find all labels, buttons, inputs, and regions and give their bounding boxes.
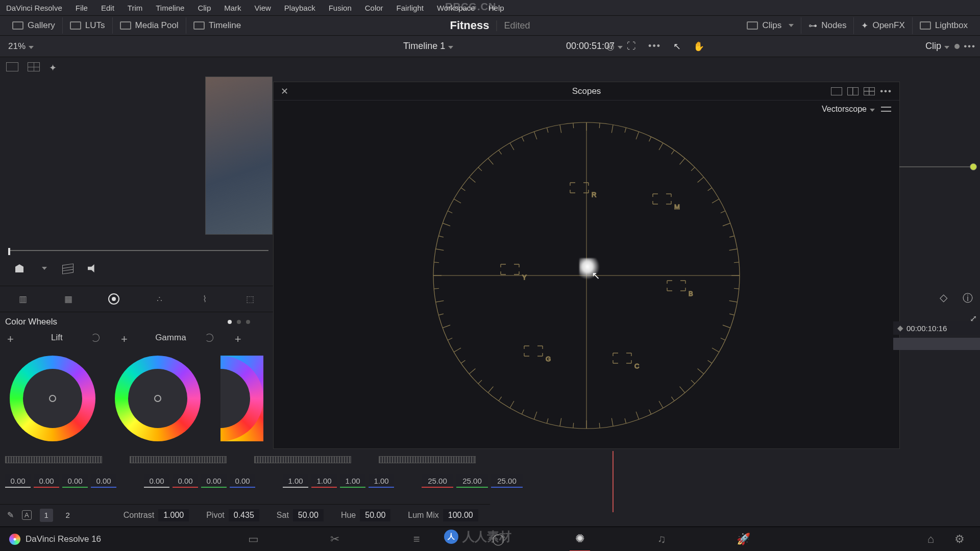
- settings-icon[interactable]: ⚙: [954, 533, 965, 546]
- color-wheels-tab[interactable]: [106, 293, 122, 305]
- info-icon[interactable]: ⓘ: [963, 291, 973, 305]
- lift-g[interactable]: 0.00: [62, 474, 88, 488]
- zoom-dropdown[interactable]: 21%: [8, 41, 34, 52]
- gain-r[interactable]: 1.00: [311, 474, 337, 488]
- offset-r[interactable]: 25.00: [422, 474, 453, 488]
- gamma-picker-icon[interactable]: +: [121, 333, 128, 346]
- mini-timeline-playhead[interactable]: [602, 451, 623, 512]
- menu-view[interactable]: View: [255, 4, 271, 12]
- gamma-g[interactable]: 0.00: [201, 474, 227, 488]
- timeline-button[interactable]: Timeline: [186, 17, 249, 34]
- sat-value[interactable]: 50.00: [293, 509, 324, 521]
- cut-page-tab[interactable]: ✂: [325, 527, 345, 552]
- lift-jog[interactable]: [5, 456, 102, 463]
- node-output[interactable]: [888, 163, 980, 173]
- layers-icon[interactable]: [62, 264, 72, 272]
- menu-fairlight[interactable]: Fairlight: [397, 4, 424, 12]
- scrub-handle[interactable]: [8, 248, 10, 255]
- menu-mark[interactable]: Mark: [224, 4, 241, 12]
- gallery-button[interactable]: Gallery: [5, 17, 63, 34]
- grid-view-icon[interactable]: [28, 62, 40, 71]
- scrub-bar[interactable]: [8, 248, 268, 255]
- clip-dropdown[interactable]: Clip: [925, 41, 960, 52]
- color-match-tab[interactable]: ▦: [60, 293, 77, 305]
- adjust-page-2[interactable]: 2: [61, 509, 75, 522]
- color-page-tab[interactable]: ✺: [570, 527, 590, 552]
- camera-raw-tab[interactable]: ▥: [15, 293, 31, 305]
- gain-jog[interactable]: [254, 456, 351, 463]
- palette-pages[interactable]: [228, 320, 250, 324]
- nodes-button[interactable]: ⊶Nodes: [801, 17, 854, 34]
- speaker-icon[interactable]: [88, 264, 97, 272]
- menu-color[interactable]: Color: [365, 4, 383, 12]
- media-page-tab[interactable]: ▭: [243, 527, 263, 552]
- edit-page-tab[interactable]: ≡: [406, 527, 427, 552]
- keyframe-mode-icon[interactable]: ◇: [940, 291, 947, 305]
- curves-tab[interactable]: ⌇: [197, 293, 213, 305]
- keyframe-timecode[interactable]: ◆00:00:10:16: [893, 321, 980, 335]
- menu-playback[interactable]: Playback: [284, 4, 315, 12]
- layout-4-icon[interactable]: [864, 87, 875, 95]
- fairlight-page-tab[interactable]: ♫: [651, 527, 672, 552]
- lift-reset-icon[interactable]: [91, 334, 100, 342]
- gain-g[interactable]: 1.00: [340, 474, 365, 488]
- keyframe-track[interactable]: [893, 338, 980, 350]
- clips-button[interactable]: Clips: [740, 17, 801, 34]
- rgb-mixer-tab[interactable]: ∴: [151, 293, 167, 305]
- scope-settings-icon[interactable]: [881, 106, 891, 113]
- layout-2-icon[interactable]: [847, 87, 859, 95]
- luts-button[interactable]: LUTs: [63, 17, 113, 34]
- lightbox-button[interactable]: Lightbox: [913, 17, 975, 34]
- home-icon[interactable]: ⌂: [927, 533, 934, 546]
- gain-b[interactable]: 1.00: [369, 474, 394, 488]
- viewer-thumbnail[interactable]: [205, 77, 273, 235]
- lift-wheel-center[interactable]: [49, 395, 56, 402]
- openfx-button[interactable]: ✦OpenFX: [854, 17, 912, 34]
- gamma-lum[interactable]: 0.00: [144, 474, 169, 488]
- pivot-value[interactable]: 0.435: [229, 509, 259, 521]
- bypass-icon[interactable]: ◎: [606, 41, 615, 52]
- adjust-page-1[interactable]: 1: [40, 509, 53, 522]
- gamma-jog[interactable]: [130, 456, 227, 463]
- lift-picker-icon[interactable]: +: [7, 333, 14, 346]
- menu-timeline[interactable]: Timeline: [156, 4, 184, 12]
- gain-wheel[interactable]: [220, 356, 263, 441]
- lift-wheel[interactable]: [10, 356, 95, 441]
- menu-file[interactable]: File: [76, 4, 88, 12]
- menu-workspace[interactable]: Workspace: [437, 4, 475, 12]
- gamma-reset-icon[interactable]: [205, 334, 213, 342]
- lift-b[interactable]: 0.00: [91, 474, 116, 488]
- expand-icon[interactable]: ⛶: [627, 41, 636, 52]
- scope-type-dropdown[interactable]: Vectorscope: [822, 105, 875, 114]
- gain-lum[interactable]: 1.00: [283, 474, 308, 488]
- mediapool-button[interactable]: Media Pool: [113, 17, 186, 34]
- node-more-icon[interactable]: •••: [964, 41, 976, 52]
- awb-icon[interactable]: A: [22, 510, 32, 520]
- pointer-tool[interactable]: ↖: [673, 41, 681, 52]
- deliver-page-tab[interactable]: 🚀: [733, 527, 753, 552]
- menu-fusion[interactable]: Fusion: [329, 4, 352, 12]
- timeline-dropdown[interactable]: Timeline 1: [403, 41, 453, 52]
- offset-jog[interactable]: [379, 456, 476, 463]
- lift-r[interactable]: 0.00: [34, 474, 59, 488]
- lift-lum[interactable]: 0.00: [5, 474, 31, 488]
- menu-app[interactable]: DaVinci Resolve: [6, 4, 62, 12]
- auto-balance-icon[interactable]: ✎: [7, 510, 14, 520]
- contrast-value[interactable]: 1.000: [158, 509, 189, 521]
- offset-g[interactable]: 25.00: [456, 474, 488, 488]
- more-icon[interactable]: •••: [648, 41, 661, 52]
- hand-tool[interactable]: ✋: [693, 41, 704, 52]
- scopes-more-icon[interactable]: •••: [880, 86, 892, 96]
- offset-b[interactable]: 25.00: [491, 474, 523, 488]
- menu-help[interactable]: Help: [488, 4, 504, 12]
- single-view-icon[interactable]: [6, 62, 18, 71]
- lummix-value[interactable]: 100.00: [443, 509, 478, 521]
- gamma-wheel-center[interactable]: [154, 395, 161, 402]
- gamma-r[interactable]: 0.00: [173, 474, 198, 488]
- menu-trim[interactable]: Trim: [128, 4, 142, 12]
- chevron-down-icon[interactable]: [42, 267, 47, 270]
- layout-1-icon[interactable]: [831, 87, 842, 95]
- hue-value[interactable]: 50.00: [360, 509, 390, 521]
- close-icon[interactable]: ✕: [281, 86, 288, 97]
- qualifier-tab[interactable]: ⬚: [242, 293, 258, 305]
